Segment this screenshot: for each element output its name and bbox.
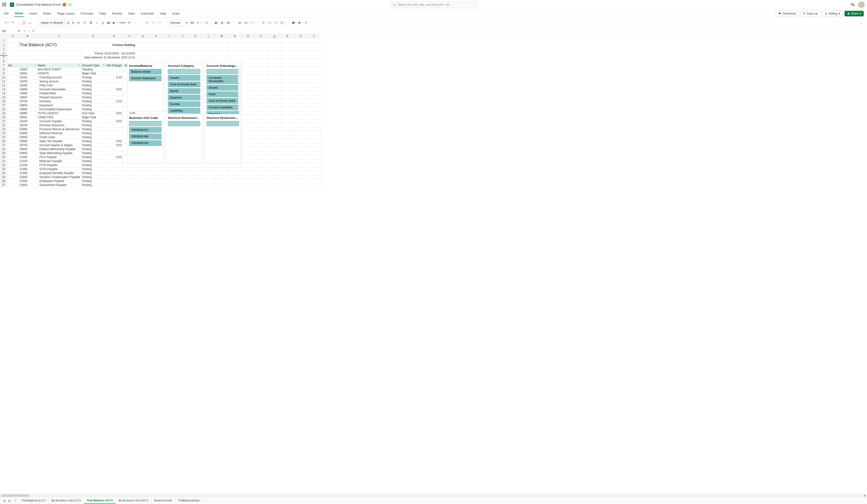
row-header[interactable]: 27 [0, 143, 7, 147]
app-launcher-icon[interactable] [2, 3, 7, 7]
font-size-select[interactable]: 11▾ [65, 20, 75, 26]
cell[interactable] [228, 47, 241, 52]
row-header[interactable]: 26 [0, 139, 7, 143]
cell[interactable] [215, 39, 228, 42]
analyze-data-button[interactable]: ⬢▾ [291, 20, 297, 26]
slicer-item[interactable]: Income [168, 101, 200, 107]
menu-view[interactable]: View [128, 10, 135, 17]
cell-name[interactable]: Inventory [37, 99, 81, 103]
cell-name[interactable]: ASSETS [37, 72, 81, 76]
comments-button[interactable]: Comments [776, 11, 799, 17]
cell-balance[interactable] [122, 167, 136, 171]
cell-name[interactable]: BALANCE SHEET [37, 67, 81, 72]
row-header[interactable]: 5 [0, 56, 7, 59]
slicer-business_unit[interactable]: Business Unit CodeCRONUS-CACRONUS-MXCRON… [127, 114, 164, 164]
cell-netchange[interactable]: 0.00 [105, 99, 122, 103]
cell[interactable] [149, 39, 162, 42]
slicer-item[interactable]: CRONUS-US [129, 140, 161, 146]
cell-type[interactable]: Posting [81, 175, 105, 179]
cell-no[interactable]: 10700 [19, 99, 37, 103]
row-header[interactable]: 6 [0, 59, 7, 64]
cell[interactable] [37, 47, 81, 52]
column-header-K[interactable]: K [189, 34, 202, 39]
cell-type[interactable]: Begin-Total [81, 72, 105, 76]
slicer-item[interactable]: Expense [168, 95, 200, 100]
slicer-scrollbar[interactable] [238, 68, 240, 110]
cell-netchange[interactable] [105, 103, 122, 107]
cell-name[interactable]: Accounts Receivable [37, 87, 81, 91]
cell-name[interactable]: LIABILITIES [37, 116, 81, 119]
row-header[interactable]: 29 [0, 151, 7, 155]
menu-insert[interactable]: Insert [29, 10, 38, 17]
row-header[interactable]: 36 [0, 179, 7, 183]
cell-type[interactable]: Posting [81, 84, 105, 87]
cell-no[interactable]: 21400 [19, 171, 37, 175]
row-header[interactable]: 34 [0, 171, 7, 175]
format-cells-button[interactable]: ⬚▾ [250, 20, 255, 26]
slicer-item[interactable] [206, 69, 239, 74]
row-header[interactable]: 24 [0, 131, 7, 135]
column-header-Q[interactable]: Q [268, 34, 281, 39]
cell[interactable] [268, 47, 281, 52]
cell[interactable] [122, 39, 136, 42]
cell-name[interactable]: State Withholding Payable [37, 151, 81, 155]
row-header[interactable]: 12 [0, 84, 7, 87]
cell-name[interactable]: Credit Cards [37, 135, 81, 139]
row-header[interactable]: 31 [0, 159, 7, 163]
column-header-M[interactable]: M [215, 34, 228, 39]
grow-font-button[interactable]: A▴ [76, 20, 82, 26]
cell-no[interactable]: 20400 [19, 131, 37, 135]
cell[interactable] [19, 59, 37, 64]
row-header[interactable]: 11 [0, 79, 7, 84]
menu-review[interactable]: Review [111, 10, 122, 17]
cell-name[interactable]: Accumulated Depreciation [37, 107, 81, 111]
editing-mode-button[interactable]: Editing▾ [822, 11, 843, 17]
cell[interactable] [81, 59, 105, 64]
menu-home[interactable]: Home [14, 10, 24, 17]
sync-icon[interactable] [68, 3, 72, 7]
cell-name[interactable]: Purchase Returns & Allowances [37, 127, 81, 131]
cell-no[interactable]: 20100 [19, 119, 37, 123]
cell-netchange[interactable] [105, 183, 122, 187]
cell-type[interactable]: Posting [81, 99, 105, 103]
cell-netchange[interactable] [105, 107, 122, 111]
cell-netchange[interactable] [105, 135, 122, 139]
cell-name[interactable]: Medicare Payable [37, 159, 81, 163]
cell-styles2-button[interactable]: ▤▾ [226, 20, 232, 26]
cell-type[interactable]: Posting [81, 179, 105, 183]
cell[interactable] [189, 47, 202, 52]
select-all-corner[interactable] [0, 34, 7, 39]
cell-netchange[interactable] [105, 96, 122, 99]
sort-filter-button[interactable]: ▽▾ [274, 20, 279, 26]
column-header-F[interactable]: F [122, 34, 136, 39]
cell[interactable] [189, 39, 202, 42]
cell-netchange[interactable] [105, 159, 122, 163]
cell-name[interactable]: Accrued Salaries & Wages [37, 143, 81, 147]
cancel-formula-icon[interactable]: ✕ [24, 29, 26, 33]
italic-button[interactable]: I [94, 20, 100, 26]
cell-type[interactable]: Posting [81, 151, 105, 155]
row-header[interactable]: 18 [0, 107, 7, 111]
document-title[interactable]: Consolidated Trial Balance Excel [16, 3, 61, 6]
cell[interactable] [241, 39, 255, 42]
cell[interactable] [307, 59, 320, 64]
cell-name[interactable]: Saving account [37, 79, 81, 84]
cell[interactable] [81, 47, 105, 52]
cell[interactable] [255, 39, 268, 42]
row-header[interactable]: 16 [0, 99, 7, 103]
slicer-item[interactable]: Cash [206, 91, 239, 97]
cell[interactable] [105, 47, 122, 52]
wrap-text-button[interactable]: ⤶ [150, 20, 156, 26]
slicer-item[interactable]: Assets [206, 85, 239, 90]
column-header-C[interactable]: C [37, 34, 81, 39]
cell[interactable] [215, 47, 228, 52]
collapse-ribbon-button[interactable]: ⌄ [858, 21, 865, 24]
row-header[interactable]: 4 [0, 52, 7, 56]
slicer-item[interactable]: Current Liabilities [206, 105, 239, 110]
col-name[interactable]: Name▾ [37, 64, 81, 67]
cell-type[interactable]: Posting [81, 119, 105, 123]
column-header-O[interactable]: O [241, 34, 255, 39]
cell-name[interactable]: Checking account [37, 76, 81, 79]
cell-type[interactable]: Posting [81, 139, 105, 143]
cell-styles-button[interactable]: Aᵇ [127, 20, 132, 26]
